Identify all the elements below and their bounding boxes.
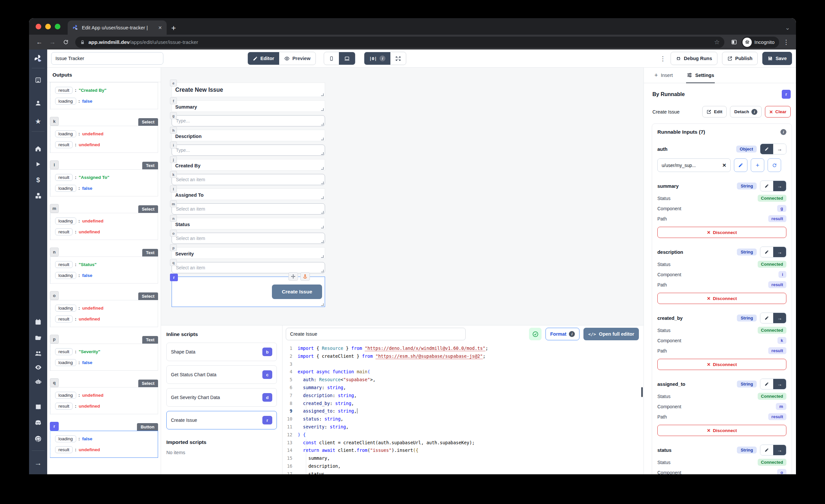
canvas-component-l[interactable]: lAssigned To <box>172 189 325 200</box>
code-editor[interactable]: 1import { Resource } from "https://deno.… <box>283 343 644 474</box>
output-key-chip[interactable]: loading <box>55 218 76 224</box>
output-key-chip[interactable]: result <box>55 261 73 268</box>
component-id-badge[interactable]: m <box>50 204 59 213</box>
disconnect-button[interactable]: ✕Disconnect <box>657 227 786 238</box>
resource-picker[interactable]: u/user/my_sup... ✕ <box>657 158 731 172</box>
component-id-badge[interactable]: n <box>50 247 59 257</box>
output-values-box[interactable]: loading:undefinedresult:undefined <box>50 387 158 414</box>
select-component[interactable]: Select an item <box>172 262 325 273</box>
open-full-editor-button[interactable]: </> Open full editor <box>584 328 639 340</box>
variables-dollar-icon[interactable]: $ <box>29 176 47 184</box>
output-values-box[interactable]: loading:undefinedresult:undefined <box>50 126 158 153</box>
output-values-box[interactable]: result:"Severity"loading:false <box>50 344 158 371</box>
canvas-component-h[interactable]: hDescription <box>172 130 325 141</box>
output-key-chip[interactable]: loading <box>55 392 76 399</box>
static-mode-button[interactable] <box>760 313 773 323</box>
output-key-chip[interactable]: loading <box>55 185 76 192</box>
app-name-input[interactable] <box>51 52 163 65</box>
output-key-chip[interactable]: loading <box>55 435 76 442</box>
minimize-window-button[interactable] <box>45 24 51 29</box>
audit-eye-icon[interactable] <box>29 364 47 371</box>
folders-icon[interactable] <box>29 334 47 341</box>
canvas-component-j[interactable]: jCreated By <box>172 159 325 171</box>
script-name-input[interactable] <box>286 328 466 340</box>
zoom-window-button[interactable] <box>55 24 60 29</box>
github-icon[interactable] <box>29 435 47 443</box>
component-id-badge[interactable]: l <box>50 160 59 169</box>
output-values-box[interactable]: result:"Created By"loading:false <box>50 82 158 109</box>
output-values-box[interactable]: loading:undefinedresult:undefined <box>50 213 158 240</box>
canvas-component-p[interactable]: pSeverity <box>172 247 325 259</box>
output-key-chip[interactable]: loading <box>55 359 76 366</box>
component-id-badge[interactable]: o <box>50 291 59 300</box>
output-key-chip[interactable]: result <box>55 315 73 322</box>
home-icon[interactable] <box>29 145 47 152</box>
connect-mode-button[interactable]: → <box>773 247 786 257</box>
apps-icon[interactable] <box>29 77 47 83</box>
inline-script-item[interactable]: Get Severity Chart Datad <box>166 388 277 407</box>
debug-runs-button[interactable]: Debug Runs <box>671 52 717 65</box>
text-input-component[interactable]: Type... <box>172 115 325 126</box>
detach-button[interactable]: Detach i <box>730 106 762 118</box>
output-key-chip[interactable]: result <box>55 87 73 94</box>
static-mode-button[interactable] <box>760 445 773 455</box>
canvas-component-r[interactable]: rCreate Issue <box>172 277 325 307</box>
resize-handle[interactable] <box>321 211 324 214</box>
resize-handle[interactable] <box>321 270 324 272</box>
canvas-component-k[interactable]: kSelect an item <box>172 174 325 185</box>
connect-mode-button[interactable]: → <box>773 313 786 323</box>
outputs-list[interactable]: result:"Created By"loading:falsekSelectl… <box>47 82 161 474</box>
discord-icon[interactable] <box>29 419 47 426</box>
connect-mode-button[interactable]: → <box>773 445 786 455</box>
output-values-box[interactable]: loading:falseresult:undefined <box>50 431 158 458</box>
disconnect-button[interactable]: ✕Disconnect <box>657 425 786 436</box>
resize-handle[interactable] <box>321 167 324 170</box>
desktop-view-button[interactable] <box>339 52 355 65</box>
publish-button[interactable]: Publish <box>722 52 758 65</box>
tab-close-icon[interactable]: ✕ <box>157 25 163 30</box>
new-tab-button[interactable]: + <box>171 23 176 33</box>
mobile-view-button[interactable] <box>324 52 339 65</box>
static-mode-button[interactable] <box>760 247 773 257</box>
component-id-badge[interactable]: p <box>50 335 59 344</box>
select-component[interactable]: Select an item <box>172 203 325 215</box>
output-values-box[interactable]: result:"Status"loading:false <box>50 257 158 284</box>
more-menu-icon[interactable]: ⋮ <box>660 55 666 62</box>
add-resource-button[interactable]: + <box>751 158 764 172</box>
schedules-calendar-icon[interactable] <box>29 318 47 326</box>
reload-icon[interactable] <box>60 37 71 48</box>
inline-script-item[interactable]: Get Status Chart Datac <box>166 365 277 384</box>
component-id-badge[interactable]: k <box>50 117 59 126</box>
canvas-component-m[interactable]: mSelect an item <box>172 203 325 215</box>
groups-icon[interactable] <box>29 350 47 357</box>
resize-handle[interactable] <box>321 226 324 228</box>
windmill-logo-icon[interactable] <box>29 54 47 63</box>
output-key-chip[interactable]: result <box>55 446 73 453</box>
canvas-component-g[interactable]: gType... <box>172 115 325 126</box>
output-key-chip[interactable]: result <box>55 174 73 181</box>
select-component[interactable]: Select an item <box>172 233 325 244</box>
output-values-box[interactable]: loading:undefinedresult:undefined <box>50 300 158 327</box>
component-id-badge[interactable]: q <box>50 378 59 387</box>
resize-handle[interactable] <box>321 108 324 111</box>
output-key-chip[interactable]: loading <box>55 272 76 279</box>
resize-handle[interactable] <box>321 123 324 126</box>
save-button[interactable]: Save <box>762 52 792 65</box>
bookmark-star-icon[interactable]: ☆ <box>714 38 720 46</box>
disconnect-button[interactable]: ✕Disconnect <box>657 293 786 304</box>
close-window-button[interactable] <box>35 24 41 29</box>
canvas-component-o[interactable]: oSelect an item <box>172 233 325 244</box>
resize-handle[interactable] <box>321 255 324 258</box>
connect-mode-button[interactable]: → <box>773 379 786 389</box>
output-key-chip[interactable]: result <box>55 141 73 148</box>
hide-outputs-button[interactable]: |0| i <box>364 52 390 65</box>
static-mode-button[interactable] <box>760 379 773 389</box>
edit-resource-button[interactable] <box>734 158 747 172</box>
resources-cubes-icon[interactable] <box>29 192 47 199</box>
resize-handle[interactable] <box>321 182 324 184</box>
canvas-component-f[interactable]: fSummary <box>172 100 325 112</box>
output-values-box[interactable]: result:"Assigned To"loading:false <box>50 169 158 196</box>
tab-search-chevron-icon[interactable]: ⌄ <box>785 24 790 31</box>
clear-resource-icon[interactable]: ✕ <box>722 162 726 168</box>
resize-handle[interactable] <box>321 93 324 96</box>
